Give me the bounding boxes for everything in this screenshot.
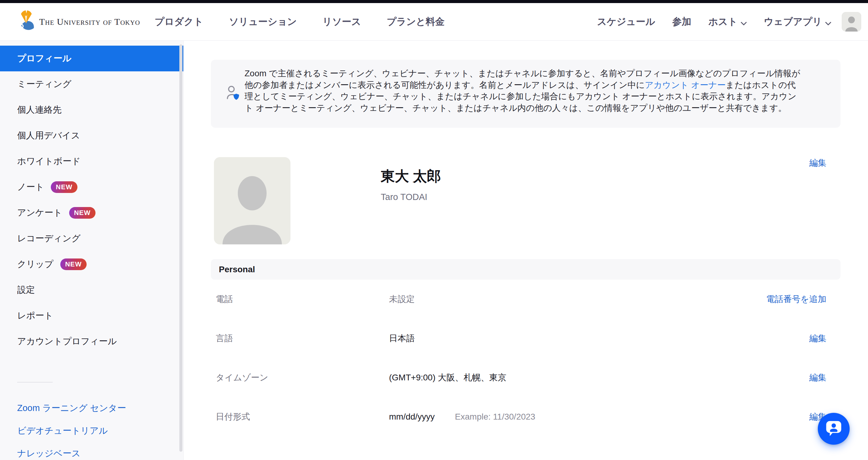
sidebar-item-personal-devices[interactable]: 個人用デバイス	[0, 123, 183, 148]
ginkgo-leaf-icon	[18, 9, 35, 34]
sidebar: プロフィール ミーティング 個人連絡先 個人用デバイス ホワイトボード ノート …	[0, 41, 184, 460]
support-chat-button[interactable]	[818, 413, 850, 445]
sidebar-item-reports[interactable]: レポート	[0, 303, 183, 328]
identity-block: 東大 太郎 Taro TODAI	[381, 157, 441, 245]
user-privacy-shield-icon	[226, 85, 240, 102]
section-title: Personal	[219, 265, 255, 275]
phone-label: 電話	[216, 293, 389, 305]
sidebar-item-meetings[interactable]: ミーティング	[0, 71, 183, 97]
profile-avatar[interactable]	[214, 157, 290, 245]
browser-top-bar	[0, 0, 868, 3]
university-of-tokyo-logo[interactable]: The University of Tokyo	[18, 9, 140, 34]
top-navigation: The University of Tokyo プロダクト ソリューション リソ…	[0, 3, 868, 41]
nav-solutions[interactable]: ソリューション	[229, 15, 297, 28]
account-owner-link[interactable]: アカウント オーナー	[645, 80, 726, 90]
sidebar-item-notes[interactable]: ノート NEW	[0, 174, 183, 200]
chat-person-icon	[824, 419, 843, 439]
nav-schedule[interactable]: スケジュール	[597, 15, 655, 28]
phone-value: 未設定	[389, 293, 415, 305]
sidebar-scrollbar[interactable]	[179, 45, 182, 452]
romanized-name: Taro TODAI	[381, 192, 441, 202]
nav-products[interactable]: プロダクト	[155, 15, 204, 28]
new-badge: NEW	[51, 181, 77, 193]
sidebar-item-clips[interactable]: クリップ NEW	[0, 252, 183, 277]
edit-language-link[interactable]: 編集	[809, 333, 826, 344]
nav-join[interactable]: 参加	[672, 15, 691, 28]
new-badge: NEW	[60, 258, 87, 270]
link-zoom-learning-center[interactable]: Zoom ラーニング センター	[0, 397, 183, 419]
edit-timezone-link[interactable]: 編集	[809, 372, 826, 383]
privacy-notice-text: Zoom で主催されるミーティング、ウェビナー、チャット、またはチャネルに参加す…	[245, 68, 801, 114]
nav-resources[interactable]: リソース	[322, 15, 361, 28]
logo-text: The University of Tokyo	[39, 17, 140, 27]
chevron-down-icon	[741, 17, 747, 28]
profile-content: Zoom で主催されるミーティング、ウェビナー、チャット、またはチャネルに参加す…	[184, 41, 868, 460]
language-label: 言語	[216, 333, 389, 344]
sidebar-item-settings[interactable]: 設定	[0, 277, 183, 303]
nav-plans-pricing[interactable]: プランと料金	[387, 15, 445, 28]
sidebar-item-account-profile[interactable]: アカウントプロフィール	[0, 328, 183, 354]
timezone-value: (GMT+9:00) 大阪、札幌、東京	[389, 372, 506, 383]
date-format-value: mm/dd/yyyy	[389, 412, 435, 422]
add-phone-number-link[interactable]: 電話番号を追加	[766, 293, 826, 305]
language-value: 日本語	[389, 333, 415, 344]
sidebar-item-whiteboards[interactable]: ホワイトボード	[0, 148, 183, 174]
user-avatar[interactable]	[842, 12, 861, 32]
sidebar-divider	[17, 382, 53, 382]
date-format-label: 日付形式	[216, 411, 389, 423]
timezone-label: タイムゾーン	[216, 372, 389, 383]
privacy-notice: Zoom で主催されるミーティング、ウェビナー、チャット、またはチャネルに参加す…	[211, 60, 840, 128]
link-video-tutorials[interactable]: ビデオチュートリアル	[0, 419, 183, 442]
link-knowledge-base[interactable]: ナレッジベース	[0, 442, 183, 460]
new-badge: NEW	[69, 207, 95, 219]
phone-row: 電話 未設定 電話番号を追加	[211, 280, 840, 319]
sidebar-item-surveys[interactable]: アンケート NEW	[0, 200, 183, 226]
chevron-down-icon	[825, 17, 831, 28]
language-row: 言語 日本語 編集	[211, 319, 840, 358]
account-nav: スケジュール 参加 ホスト ウェブアプリ	[597, 15, 831, 28]
date-format-example: Example: 11/30/2023	[455, 412, 535, 422]
edit-name-link[interactable]: 編集	[809, 157, 826, 245]
sidebar-item-profile[interactable]: プロフィール	[0, 46, 183, 71]
sidebar-item-recordings[interactable]: レコーディング	[0, 226, 183, 252]
sidebar-item-personal-contacts[interactable]: 個人連絡先	[0, 97, 183, 123]
profile-identity-section: 東大 太郎 Taro TODAI 編集	[211, 157, 840, 245]
primary-nav: プロダクト ソリューション リソース プランと料金	[155, 15, 445, 28]
personal-section-header: Personal	[211, 259, 840, 280]
nav-webapp-dropdown[interactable]: ウェブアプリ	[764, 15, 831, 28]
date-format-row: 日付形式 mm/dd/yyyy Example: 11/30/2023 編集	[211, 397, 840, 436]
timezone-row: タイムゾーン (GMT+9:00) 大阪、札幌、東京 編集	[211, 358, 840, 397]
nav-host-dropdown[interactable]: ホスト	[708, 15, 746, 28]
display-name: 東大 太郎	[381, 167, 441, 186]
